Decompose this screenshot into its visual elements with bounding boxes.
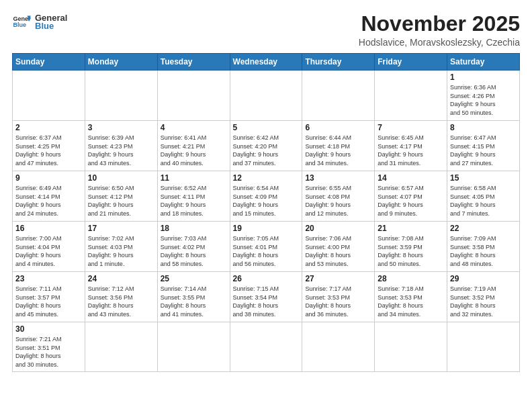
day-number: 12 <box>233 173 300 183</box>
week-row-6: 30Sunrise: 7:21 AM Sunset: 3:51 PM Dayli… <box>13 322 520 371</box>
day-info: Sunrise: 6:41 AM Sunset: 4:21 PM Dayligh… <box>161 134 227 167</box>
day-number: 25 <box>161 274 227 283</box>
day-number: 7 <box>378 123 444 132</box>
day-info: Sunrise: 6:55 AM Sunset: 4:08 PM Dayligh… <box>305 184 371 218</box>
calendar: SundayMondayTuesdayWednesdayThursdayFrid… <box>12 53 520 371</box>
calendar-cell: 20Sunrise: 7:06 AM Sunset: 4:00 PM Dayli… <box>302 222 375 272</box>
calendar-cell: 9Sunrise: 6:49 AM Sunset: 4:14 PM Daylig… <box>13 171 85 222</box>
calendar-cell: 24Sunrise: 7:12 AM Sunset: 3:56 PM Dayli… <box>85 272 157 322</box>
day-info: Sunrise: 6:58 AM Sunset: 4:05 PM Dayligh… <box>450 184 517 218</box>
day-info: Sunrise: 7:02 AM Sunset: 4:03 PM Dayligh… <box>88 234 154 268</box>
weekday-header-row: SundayMondayTuesdayWednesdayThursdayFrid… <box>13 54 520 71</box>
weekday-header-tuesday: Tuesday <box>157 54 230 71</box>
day-info: Sunrise: 7:19 AM Sunset: 3:52 PM Dayligh… <box>450 285 517 318</box>
calendar-cell: 17Sunrise: 7:02 AM Sunset: 4:03 PM Dayli… <box>85 222 157 272</box>
day-number: 27 <box>305 274 371 283</box>
calendar-cell: 12Sunrise: 6:54 AM Sunset: 4:09 PM Dayli… <box>230 171 302 222</box>
day-info: Sunrise: 7:00 AM Sunset: 4:04 PM Dayligh… <box>15 234 82 268</box>
day-info: Sunrise: 6:49 AM Sunset: 4:14 PM Dayligh… <box>15 184 82 218</box>
calendar-cell: 19Sunrise: 7:05 AM Sunset: 4:01 PM Dayli… <box>230 222 302 272</box>
day-info: Sunrise: 7:05 AM Sunset: 4:01 PM Dayligh… <box>233 234 300 268</box>
day-number: 28 <box>378 274 444 283</box>
day-info: Sunrise: 7:08 AM Sunset: 3:59 PM Dayligh… <box>378 234 444 268</box>
day-info: Sunrise: 6:57 AM Sunset: 4:07 PM Dayligh… <box>378 184 444 218</box>
day-number: 8 <box>450 123 517 132</box>
calendar-cell: 3Sunrise: 6:39 AM Sunset: 4:23 PM Daylig… <box>85 121 157 171</box>
day-info: Sunrise: 6:39 AM Sunset: 4:23 PM Dayligh… <box>88 134 154 167</box>
calendar-cell: 13Sunrise: 6:55 AM Sunset: 4:08 PM Dayli… <box>302 171 375 222</box>
day-info: Sunrise: 7:18 AM Sunset: 3:53 PM Dayligh… <box>378 285 444 318</box>
day-number: 16 <box>15 224 82 233</box>
calendar-cell <box>85 322 157 371</box>
day-number: 24 <box>88 274 154 283</box>
calendar-cell <box>302 71 375 121</box>
day-info: Sunrise: 6:47 AM Sunset: 4:15 PM Dayligh… <box>450 134 517 167</box>
calendar-cell: 4Sunrise: 6:41 AM Sunset: 4:21 PM Daylig… <box>157 121 230 171</box>
day-info: Sunrise: 7:03 AM Sunset: 4:02 PM Dayligh… <box>161 234 227 268</box>
day-number: 17 <box>88 224 154 233</box>
day-info: Sunrise: 6:52 AM Sunset: 4:11 PM Dayligh… <box>161 184 227 218</box>
logo-blue: Blue <box>35 21 67 31</box>
day-info: Sunrise: 7:15 AM Sunset: 3:54 PM Dayligh… <box>233 285 300 318</box>
week-row-4: 16Sunrise: 7:00 AM Sunset: 4:04 PM Dayli… <box>13 222 520 272</box>
calendar-cell <box>230 322 302 371</box>
day-info: Sunrise: 7:06 AM Sunset: 4:00 PM Dayligh… <box>305 234 371 268</box>
weekday-header-monday: Monday <box>85 54 157 71</box>
day-number: 10 <box>88 173 154 183</box>
svg-text:Blue: Blue <box>13 21 26 28</box>
calendar-cell: 6Sunrise: 6:44 AM Sunset: 4:18 PM Daylig… <box>302 121 375 171</box>
day-info: Sunrise: 7:17 AM Sunset: 3:53 PM Dayligh… <box>305 285 371 318</box>
week-row-3: 9Sunrise: 6:49 AM Sunset: 4:14 PM Daylig… <box>13 171 520 222</box>
calendar-cell: 21Sunrise: 7:08 AM Sunset: 3:59 PM Dayli… <box>375 222 447 272</box>
day-info: Sunrise: 6:36 AM Sunset: 4:26 PM Dayligh… <box>450 83 517 117</box>
calendar-cell <box>302 322 375 371</box>
calendar-cell: 14Sunrise: 6:57 AM Sunset: 4:07 PM Dayli… <box>375 171 447 222</box>
day-info: Sunrise: 7:09 AM Sunset: 3:58 PM Dayligh… <box>450 234 517 268</box>
calendar-cell <box>13 71 85 121</box>
calendar-cell <box>157 322 230 371</box>
calendar-cell: 26Sunrise: 7:15 AM Sunset: 3:54 PM Dayli… <box>230 272 302 322</box>
week-row-2: 2Sunrise: 6:37 AM Sunset: 4:25 PM Daylig… <box>13 121 520 171</box>
calendar-cell: 2Sunrise: 6:37 AM Sunset: 4:25 PM Daylig… <box>13 121 85 171</box>
day-info: Sunrise: 6:37 AM Sunset: 4:25 PM Dayligh… <box>15 134 82 167</box>
weekday-header-saturday: Saturday <box>447 54 520 71</box>
calendar-cell: 16Sunrise: 7:00 AM Sunset: 4:04 PM Dayli… <box>13 222 85 272</box>
calendar-cell: 5Sunrise: 6:42 AM Sunset: 4:20 PM Daylig… <box>230 121 302 171</box>
day-number: 26 <box>233 274 300 283</box>
logo-icon: General Blue <box>12 12 31 31</box>
weekday-header-friday: Friday <box>375 54 447 71</box>
day-info: Sunrise: 6:44 AM Sunset: 4:18 PM Dayligh… <box>305 134 371 167</box>
day-info: Sunrise: 6:50 AM Sunset: 4:12 PM Dayligh… <box>88 184 154 218</box>
day-number: 1 <box>450 73 517 82</box>
day-number: 9 <box>15 173 82 183</box>
day-info: Sunrise: 7:12 AM Sunset: 3:56 PM Dayligh… <box>88 285 154 318</box>
day-number: 30 <box>15 324 82 334</box>
calendar-cell <box>85 71 157 121</box>
calendar-cell: 27Sunrise: 7:17 AM Sunset: 3:53 PM Dayli… <box>302 272 375 322</box>
week-row-1: 1Sunrise: 6:36 AM Sunset: 4:26 PM Daylig… <box>13 71 520 121</box>
day-number: 18 <box>161 224 227 233</box>
weekday-header-thursday: Thursday <box>302 54 375 71</box>
calendar-cell: 18Sunrise: 7:03 AM Sunset: 4:02 PM Dayli… <box>157 222 230 272</box>
day-info: Sunrise: 7:14 AM Sunset: 3:55 PM Dayligh… <box>161 285 227 318</box>
calendar-cell <box>375 71 447 121</box>
calendar-cell: 7Sunrise: 6:45 AM Sunset: 4:17 PM Daylig… <box>375 121 447 171</box>
calendar-cell: 10Sunrise: 6:50 AM Sunset: 4:12 PM Dayli… <box>85 171 157 222</box>
week-row-5: 23Sunrise: 7:11 AM Sunset: 3:57 PM Dayli… <box>13 272 520 322</box>
logo: General Blue General Blue <box>12 12 67 31</box>
day-info: Sunrise: 6:45 AM Sunset: 4:17 PM Dayligh… <box>378 134 444 167</box>
calendar-cell: 25Sunrise: 7:14 AM Sunset: 3:55 PM Dayli… <box>157 272 230 322</box>
calendar-cell: 28Sunrise: 7:18 AM Sunset: 3:53 PM Dayli… <box>375 272 447 322</box>
day-number: 22 <box>450 224 517 233</box>
calendar-cell: 15Sunrise: 6:58 AM Sunset: 4:05 PM Dayli… <box>447 171 520 222</box>
calendar-cell: 8Sunrise: 6:47 AM Sunset: 4:15 PM Daylig… <box>447 121 520 171</box>
title-block: November 2025 Hodslavice, Moravskoslezsk… <box>359 12 520 48</box>
calendar-cell: 23Sunrise: 7:11 AM Sunset: 3:57 PM Dayli… <box>13 272 85 322</box>
day-number: 11 <box>161 173 227 183</box>
day-number: 20 <box>305 224 371 233</box>
calendar-cell: 30Sunrise: 7:21 AM Sunset: 3:51 PM Dayli… <box>13 322 85 371</box>
subtitle: Hodslavice, Moravskoslezsky, Czechia <box>359 37 520 48</box>
day-info: Sunrise: 7:11 AM Sunset: 3:57 PM Dayligh… <box>15 285 82 318</box>
day-number: 29 <box>450 274 517 283</box>
day-info: Sunrise: 6:42 AM Sunset: 4:20 PM Dayligh… <box>233 134 300 167</box>
